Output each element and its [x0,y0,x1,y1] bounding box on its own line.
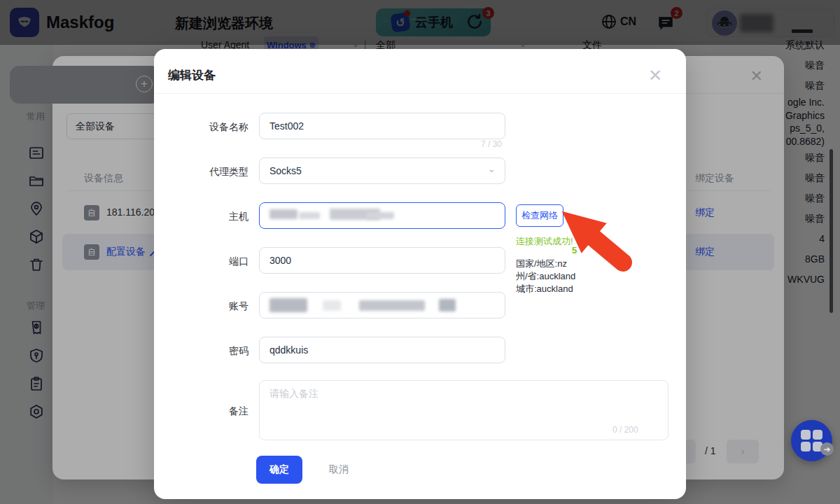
name-counter: 7 / 30 [479,139,504,149]
remark-label: 备注 [172,405,248,418]
host-label: 主机 [172,211,248,223]
account-label: 账号 [172,300,248,313]
close-icon[interactable]: ✕ [648,66,662,85]
chevron-down-icon: ⌄ [487,163,496,174]
proxy-type-label: 代理类型 [172,166,248,178]
expand-arrow-icon[interactable]: ➜ [820,442,834,456]
host-redacted [260,203,505,228]
account-redacted [260,293,505,318]
host-input[interactable] [259,202,505,229]
remark-counter: 0 / 200 [612,425,638,435]
device-name-input[interactable] [259,113,505,139]
app-window: Maskfog 新建浏览器环境 ↺ 云手机 3 CN 2 User Agent [0,0,840,504]
location-city: 城市:auckland [516,283,573,295]
password-label: 密码 [172,345,248,358]
location-state: 州/省:auckland [516,270,575,283]
port-input[interactable] [259,247,505,274]
edit-device-modal: 编辑设备 ✕ 设备名称 7 / 30 代理类型 Socks5 ⌄ 主机 [154,49,686,499]
edit-device-title: 编辑设备 [168,67,216,83]
device-name-label: 设备名称 [172,121,248,134]
divider [154,93,686,94]
cancel-button[interactable]: 取消 [329,463,349,476]
remark-textarea[interactable] [259,380,668,440]
host-wrap [259,202,505,229]
port-label: 端口 [172,255,248,268]
password-input[interactable] [259,337,505,363]
check-network-button[interactable]: 检查网络 [516,204,564,227]
proxy-type-select[interactable]: Socks5 ⌄ [259,158,505,184]
confirm-button[interactable]: 确定 [256,456,302,484]
account-input[interactable] [259,292,505,318]
hidden-fragment: 5 [572,245,577,255]
location-country: 国家/地区:nz [516,258,567,270]
device-name-wrap: 7 / 30 [259,113,505,139]
connection-test-result: 连接测试成功! [516,235,573,248]
